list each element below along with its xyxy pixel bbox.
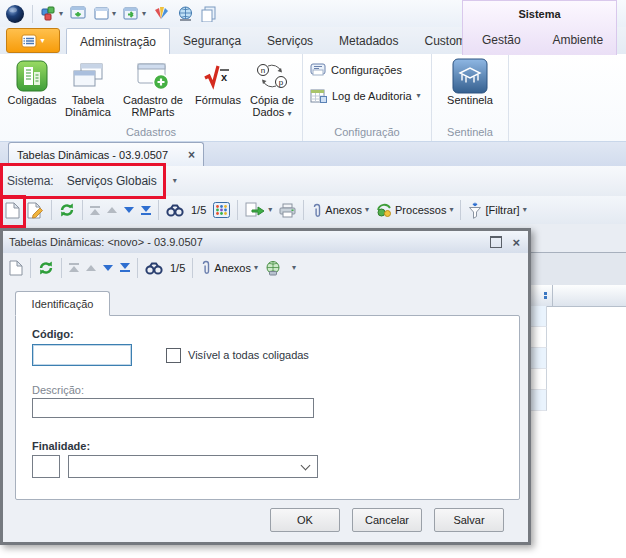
- tabela-dinamica-icon: [72, 58, 104, 94]
- copia-dados-button[interactable]: np Cópia de Dados ▾: [245, 55, 299, 118]
- filter-icon: [468, 202, 482, 219]
- cadastro-rmparts-button[interactable]: Cadastro de RMParts: [115, 55, 191, 118]
- record-counter: 1/5: [191, 204, 206, 216]
- log-auditoria-button[interactable]: Log de Auditoria ▾: [310, 89, 421, 103]
- anexos-button[interactable]: Anexos ▾: [311, 203, 369, 218]
- tab-administracao[interactable]: Administração: [66, 28, 170, 54]
- filtrar-button[interactable]: [Filtrar] ▾: [468, 202, 526, 219]
- printer-icon: [279, 203, 296, 218]
- wizard-fan-icon[interactable]: [153, 6, 170, 21]
- search-button[interactable]: [145, 261, 163, 275]
- close-icon[interactable]: ×: [512, 236, 520, 249]
- copy-icon[interactable]: [201, 6, 216, 22]
- svg-text:x: x: [221, 71, 228, 83]
- finalidade-label: Finalidade:: [32, 440, 519, 452]
- coligadas-icon: [16, 58, 48, 94]
- chevron-down-icon: ▾: [142, 10, 146, 18]
- contextual-group-title: Sistema: [463, 1, 616, 27]
- group-label-cadastros: Cadastros: [3, 125, 299, 141]
- next-record-button[interactable]: [103, 265, 113, 271]
- chevron-down-icon: ▾: [59, 10, 63, 18]
- web-button[interactable]: ▾: [265, 260, 296, 276]
- record-counter: 1/5: [170, 262, 185, 274]
- coligadas-button[interactable]: Coligadas: [3, 55, 61, 106]
- binoculars-icon: [166, 203, 184, 217]
- app-logo-icon[interactable]: [5, 4, 25, 24]
- tab-servicos[interactable]: Serviços: [254, 28, 326, 54]
- svg-text:p: p: [279, 78, 284, 87]
- cancelar-button[interactable]: Cancelar: [352, 508, 422, 532]
- formulas-icon: x: [203, 58, 233, 94]
- previous-record-button[interactable]: [107, 207, 117, 213]
- last-record-button[interactable]: [120, 263, 130, 272]
- anexos-button[interactable]: Anexos ▾: [200, 260, 258, 275]
- tab-seguranca[interactable]: Segurança: [170, 28, 254, 54]
- log-auditoria-icon: [310, 89, 327, 103]
- chevron-down-icon: ▾: [268, 206, 272, 214]
- dialog-footer: OK Cancelar Salvar: [15, 500, 520, 540]
- previous-record-button[interactable]: [86, 265, 96, 271]
- descricao-input[interactable]: [32, 398, 314, 418]
- visivel-checkbox[interactable]: [166, 348, 181, 363]
- annotation-box-system-selector: [0, 163, 166, 199]
- edit-record-button[interactable]: [27, 202, 44, 219]
- new-document-icon: [9, 260, 23, 276]
- open-window-icon[interactable]: ▾: [123, 7, 146, 21]
- sentinela-button[interactable]: Sentinela: [438, 55, 502, 106]
- application-menu-button[interactable]: ▾: [6, 28, 60, 53]
- window-layout-icon[interactable]: ▾: [94, 7, 116, 21]
- first-record-button[interactable]: [90, 206, 100, 215]
- tabela-dinamica-button[interactable]: Tabela Dinâmica: [61, 55, 115, 118]
- search-button[interactable]: [166, 203, 184, 217]
- tab-identificacao[interactable]: Identificação: [15, 291, 110, 316]
- binoculars-icon: [145, 261, 163, 275]
- codigo-input[interactable]: [32, 344, 132, 366]
- descricao-label: Descrição:: [32, 384, 519, 396]
- maximize-icon[interactable]: [490, 236, 502, 248]
- edit-icon: [27, 202, 44, 219]
- last-record-button[interactable]: [141, 206, 151, 215]
- new-window-icon[interactable]: [70, 6, 87, 21]
- configuracoes-button[interactable]: Configurações: [310, 63, 421, 77]
- next-record-button[interactable]: [124, 207, 134, 213]
- tab-gestao[interactable]: Gestão: [463, 33, 540, 47]
- ribbon-group-cadastros: Coligadas Tabela Dinâmica Cadastro de RM…: [0, 54, 303, 141]
- grid-view-button[interactable]: [213, 202, 230, 218]
- tab-ambiente[interactable]: Ambiente: [540, 33, 617, 47]
- group-label-configuracao: Configuração: [306, 125, 428, 141]
- new-record-button[interactable]: [9, 260, 23, 276]
- tab-metadados[interactable]: Metadados: [326, 28, 411, 54]
- paperclip-icon: [311, 203, 322, 218]
- svg-text:n: n: [261, 66, 265, 75]
- finalidade-select[interactable]: [68, 455, 318, 478]
- export-button[interactable]: ▾: [245, 202, 272, 218]
- chevron-down-icon: ▾: [112, 10, 116, 18]
- modules-icon[interactable]: ▾: [40, 6, 63, 22]
- refresh-button[interactable]: [38, 260, 54, 276]
- chevron-down-icon: [301, 461, 311, 471]
- menu-list-icon: [21, 34, 37, 48]
- ok-button[interactable]: OK: [270, 508, 340, 532]
- chevron-down-icon: ▾: [254, 264, 258, 272]
- group-label-sentinela: Sentinela: [435, 125, 505, 141]
- main-toolbar: 1/5 ▾ Anexos ▾ Processos ▾ [Filtrar] ▾: [0, 196, 626, 225]
- ribbon-group-sentinela: Sentinela Sentinela: [432, 54, 509, 141]
- refresh-button[interactable]: [59, 202, 75, 218]
- globe-icon[interactable]: [177, 6, 194, 22]
- copia-dados-icon: np: [256, 58, 288, 94]
- refresh-icon: [38, 260, 54, 276]
- dialog-title-bar[interactable]: Tabelas Dinâmicas: <novo> - 03.9.0507 ×: [3, 231, 528, 253]
- chevron-down-icon: ▾: [417, 92, 421, 100]
- first-record-button[interactable]: [69, 263, 79, 272]
- finalidade-code-input[interactable]: [32, 455, 60, 478]
- application-window: ▾ ▾ ▾ ▾ Administração Segurança Serv: [0, 0, 626, 558]
- close-icon[interactable]: ×: [188, 149, 195, 161]
- chevron-down-icon[interactable]: ▾: [173, 177, 177, 185]
- chevron-down-icon: ▾: [523, 206, 527, 214]
- print-button[interactable]: [279, 203, 296, 218]
- processos-button[interactable]: Processos ▾: [376, 202, 453, 218]
- chevron-down-icon: ▾: [40, 37, 44, 45]
- annotation-box-new-button: [0, 195, 26, 228]
- salvar-button[interactable]: Salvar: [434, 508, 504, 532]
- formulas-button[interactable]: x Fórmulas: [191, 55, 245, 106]
